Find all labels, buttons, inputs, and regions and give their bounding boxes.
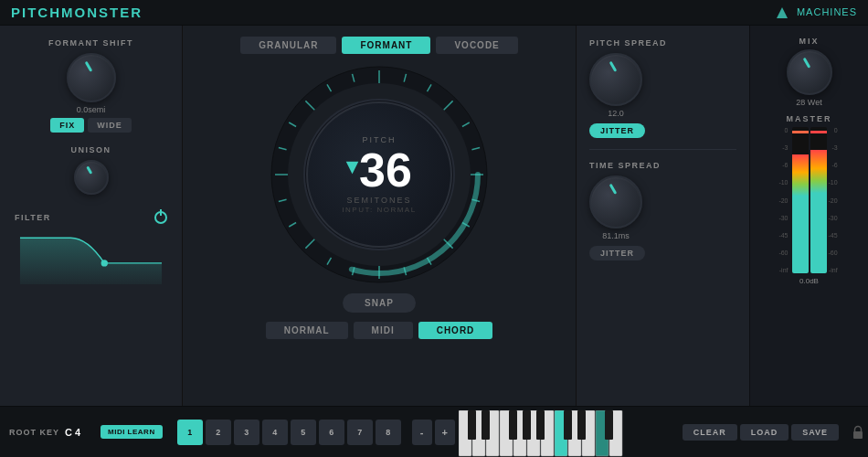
pitch-spread-jitter-button[interactable]: JITTER [589,123,645,138]
formant-shift-value: 0.0semi [77,105,106,114]
clear-button[interactable]: CLEAR [683,424,737,441]
tab-formant[interactable]: FORMANT [342,37,430,54]
pitch-dial-inner: PITCH ▾ 36 SEMITONES INPUT: NORMAL [306,101,452,248]
left-panel: FORMANT SHIFT 0.0semi FIX WIDE UNISON FI… [0,26,183,406]
pattern-btn-4[interactable]: 4 [262,420,288,445]
unison-knob-container [15,160,167,195]
bottom-tabs: NORMAL MIDI CHORD [266,322,493,339]
filter-power-icon[interactable] [154,211,167,224]
formant-shift-knob[interactable] [67,53,116,102]
vu-scale-left: 0 -3 -6 -10 -20 -30 -45 -60 -inf [778,127,789,273]
minus-button[interactable]: - [412,420,432,445]
vu-bar-left [792,127,809,273]
tab-chord[interactable]: CHORD [418,322,493,339]
divider [589,149,736,150]
pattern-btn-8[interactable]: 8 [376,420,401,445]
pattern-btn-7[interactable]: 7 [347,420,373,445]
time-spread-jitter-button[interactable]: JITTER [589,246,645,260]
mode-tabs: GRANULAR FORMANT VOCODE [240,37,518,54]
pattern-buttons-group: 1 2 3 4 5 6 7 8 [170,420,408,445]
master-section: MASTER 0 -3 -6 -10 -20 -30 -45 -60 -inf [759,114,859,285]
formant-shift-knob-container: 0.0semi FIX WIDE [15,53,167,133]
logo-accent: MONSTER [61,5,143,20]
pattern-controls: - + [408,420,459,445]
vu-db-label: 0.0dB [799,277,819,285]
center-panel: GRANULAR FORMANT VOCODE [183,26,576,406]
svg-rect-47 [536,410,545,440]
root-key-label: ROOT KEY [9,428,59,437]
pitch-value-display: ▾ 36 [346,146,412,194]
svg-marker-0 [777,7,788,18]
bottom-bar: ROOT KEY C 4 MIDI LEARN 1 2 3 4 5 6 7 8 … [0,406,868,457]
midi-learn-button[interactable]: MIDI LEARN [101,425,163,439]
time-spread-knob[interactable] [589,175,642,228]
load-button[interactable]: LOAD [740,424,789,441]
svg-rect-43 [468,410,476,440]
vu-scale-right: 0 -3 -6 -10 -20 -30 -45 -60 -inf [829,127,840,273]
vu-fill-right [810,150,827,273]
svg-rect-46 [523,410,531,440]
header: PITCHMONSTER MACHINES [0,0,868,26]
vu-fill-left [792,154,809,273]
save-button[interactable]: SAVE [791,424,839,441]
mix-label: MIX [799,37,819,46]
tab-midi[interactable]: MIDI [354,322,413,339]
pattern-btn-6[interactable]: 6 [319,420,344,445]
pattern-btn-1[interactable]: 1 [177,420,203,445]
fix-wide-group: FIX WIDE [50,118,132,133]
filter-section: FILTER [15,211,167,284]
pattern-btn-5[interactable]: 5 [291,420,316,445]
pitch-input-label: INPUT: NORMAL [342,206,416,214]
piano-keyboard[interactable] [459,407,677,458]
pitch-dial-container[interactable]: PITCH ▾ 36 SEMITONES INPUT: NORMAL [270,65,489,284]
pitch-spread-row: 12.0 [589,53,642,118]
pitch-spread-knob-container: 12.0 [589,53,642,118]
svg-point-1 [101,260,108,266]
unison-section: UNISON [15,145,167,195]
filter-header: FILTER [15,211,167,224]
pitch-spread-label: PITCH SPREAD [589,38,667,48]
svg-rect-50 [605,410,613,440]
filter-curve-svg [15,229,167,284]
formant-shift-section: FORMANT SHIFT 0.0semi FIX WIDE [15,38,167,133]
mix-knob[interactable] [787,49,832,95]
app-logo: PITCHMONSTER [11,5,143,20]
lock-icon[interactable] [848,422,868,442]
master-label: MASTER [787,114,832,123]
fix-button[interactable]: FIX [50,118,84,133]
root-key-section: ROOT KEY C 4 [0,427,101,438]
svg-rect-44 [482,410,490,440]
pattern-btn-3[interactable]: 3 [234,420,259,445]
time-spread-section: TIME SPREAD 81.1ms JITTER [589,161,736,260]
far-right-panel: MIX 28 Wet MASTER 0 -3 -6 -10 -20 -30 -4… [749,26,868,406]
time-spread-label: TIME SPREAD [589,161,661,170]
snap-button[interactable]: SNAP [343,293,416,313]
plus-button[interactable]: + [435,420,455,445]
pitch-number: 36 [359,146,412,194]
filter-label: FILTER [15,213,51,222]
formant-shift-label: FORMANT SHIFT [15,38,167,48]
pattern-btn-2[interactable]: 2 [206,420,231,445]
filter-curve [15,229,167,284]
tab-vocode[interactable]: VOCODE [436,37,517,54]
svg-rect-51 [853,431,863,439]
svg-rect-45 [509,410,517,440]
vu-meter-container: 0 -3 -6 -10 -20 -30 -45 -60 -inf [778,127,839,273]
tab-normal[interactable]: NORMAL [266,322,348,339]
time-spread-knob-container: 81.1ms [589,175,642,240]
pitch-spread-knob[interactable] [589,53,642,106]
root-key-value: C 4 [65,427,80,438]
svg-rect-48 [564,410,572,440]
wide-button[interactable]: WIDE [88,118,132,133]
mix-section: MIX 28 Wet [759,37,859,107]
vu-peak-left [792,131,809,133]
vu-peak-right [810,131,827,133]
piano-svg [459,410,623,458]
brand-icon [775,5,789,20]
unison-knob[interactable] [74,160,109,195]
pitch-spread-value: 12.0 [608,109,624,118]
unison-label: UNISON [15,145,167,154]
action-buttons: CLEAR LOAD SAVE [677,424,844,441]
vu-bar-right [810,127,827,273]
tab-granular[interactable]: GRANULAR [240,37,336,54]
